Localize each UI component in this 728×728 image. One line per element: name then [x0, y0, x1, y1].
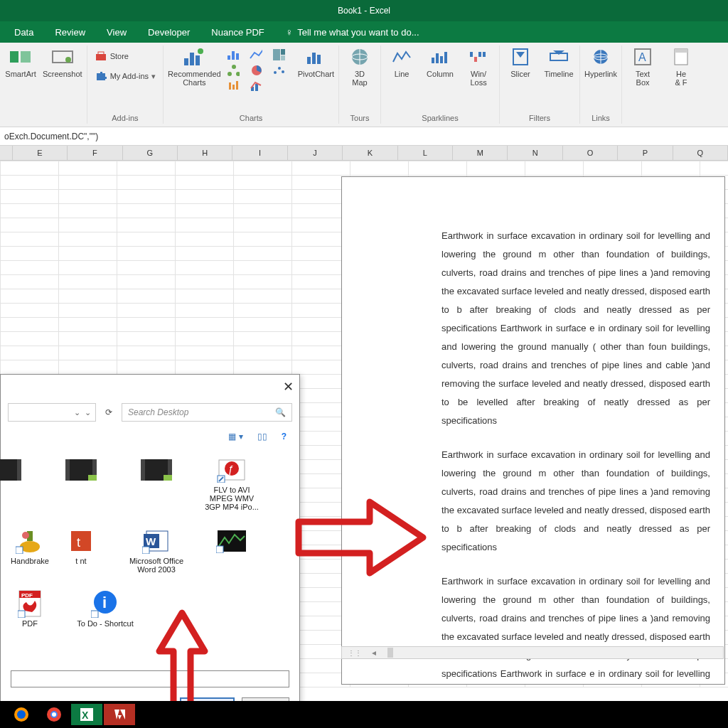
video-file-icon: [0, 457, 23, 483]
label: Line: [395, 70, 410, 78]
pivotchart-button[interactable]: PivotChart: [298, 46, 334, 78]
file-label: Handbrake: [11, 557, 49, 565]
col-header[interactable]: P: [618, 146, 673, 160]
annotation-arrow-right-icon: [291, 495, 427, 580]
file-open-dialog: ✕ ⌄ ⌄ ⟳ Search Desktop 🔍 ▦ ▾ ▯▯ ?: [0, 374, 300, 728]
col-header[interactable]: L: [398, 146, 453, 160]
sparkline-winloss-button[interactable]: Win/ Loss: [462, 46, 495, 87]
filename-input[interactable]: [11, 670, 289, 687]
sparkline-line-button[interactable]: Line: [385, 46, 418, 78]
my-addins-label: My Add-ins: [110, 72, 149, 80]
file-label: FLV to AVI MPEG WMV 3GP MP4 iPo...: [203, 486, 261, 511]
line-chart-icon[interactable]: [250, 48, 262, 61]
refresh-icon[interactable]: ⟳: [102, 407, 116, 417]
embedded-pdf-object[interactable]: Earthwork in surface excavation in ordin…: [341, 176, 725, 685]
file-item[interactable]: ƒ FLV to AVI MPEG WMV 3GP MP4 iPo...: [203, 457, 261, 511]
col-header[interactable]: O: [563, 146, 618, 160]
recommended-charts-button[interactable]: Recommended Charts: [168, 46, 221, 87]
slicer-icon: [509, 46, 532, 68]
svg-point-84: [17, 710, 26, 719]
adobe-taskbar-icon[interactable]: [104, 704, 135, 725]
svg-rect-37: [470, 52, 473, 57]
svg-point-87: [52, 712, 56, 717]
formula-bar[interactable]: oExch.Document.DC",""): [0, 127, 728, 146]
worksheet-grid[interactable]: Earthwork in surface excavation in ordin…: [0, 161, 728, 687]
scroll-left-icon[interactable]: ◂: [368, 648, 380, 658]
search-input[interactable]: Search Desktop 🔍: [122, 403, 292, 422]
chrome-icon[interactable]: [38, 704, 70, 725]
svg-rect-55: [88, 475, 97, 481]
column-headers: E F G H I J K L M N O P Q: [0, 146, 728, 161]
screenshot-button[interactable]: Screenshot: [43, 46, 82, 78]
file-item[interactable]: [0, 457, 35, 511]
col-header[interactable]: I: [232, 146, 287, 160]
header-footer-button[interactable]: He & F: [665, 46, 697, 87]
tab-review[interactable]: Review: [55, 27, 85, 38]
file-label: t nt: [75, 557, 86, 565]
col-header[interactable]: N: [508, 146, 562, 160]
file-item[interactable]: PDF PDF: [1, 591, 59, 628]
treemap-icon[interactable]: [272, 48, 285, 61]
svg-text:i: i: [102, 594, 107, 611]
hyperlink-button[interactable]: Hyperlink: [584, 46, 617, 78]
tab-developer[interactable]: Developer: [148, 27, 190, 38]
file-item[interactable]: [52, 457, 110, 511]
col-header[interactable]: Q: [673, 146, 728, 160]
tell-me-search[interactable]: ♀ Tell me what you want to do...: [286, 26, 419, 38]
file-item[interactable]: [127, 457, 186, 511]
tab-data[interactable]: Data: [14, 27, 33, 38]
stock-chart-icon[interactable]: [227, 80, 240, 92]
textbox-button[interactable]: A Text Box: [626, 46, 659, 87]
sparkline-column-button[interactable]: Column: [424, 46, 456, 78]
scatter-chart-icon[interactable]: [272, 64, 285, 77]
store-button[interactable]: Store: [92, 48, 132, 64]
combo-chart-icon[interactable]: [250, 80, 262, 92]
close-icon[interactable]: ✕: [283, 379, 294, 395]
address-bar[interactable]: ⌄ ⌄: [8, 403, 96, 422]
group-label: Add-ins: [112, 114, 138, 122]
col-header[interactable]: E: [13, 146, 68, 160]
svg-rect-23: [229, 82, 231, 90]
pivotchart-icon: [304, 46, 327, 68]
tab-view[interactable]: View: [107, 27, 127, 38]
my-addins-button[interactable]: My Add-ins ▾: [92, 68, 159, 84]
tab-nuance-pdf[interactable]: Nuance PDF: [211, 27, 264, 38]
view-options-icon[interactable]: ▦ ▾: [228, 432, 242, 441]
col-header[interactable]: K: [343, 146, 397, 160]
col-header[interactable]: G: [123, 146, 178, 160]
col-header[interactable]: F: [68, 146, 122, 160]
svg-rect-40: [483, 52, 486, 57]
file-item[interactable]: W Microsoft Office Word 2003: [127, 528, 186, 574]
file-item[interactable]: Handbrake: [1, 528, 59, 574]
excel-taskbar-icon[interactable]: X: [71, 704, 102, 725]
svg-rect-51: [17, 459, 21, 481]
horizontal-scrollbar[interactable]: ⋮⋮ ◂: [341, 646, 724, 659]
preview-pane-icon[interactable]: ▯▯: [257, 432, 267, 441]
label: He & F: [675, 70, 687, 87]
smartart-button[interactable]: SmartArt: [4, 46, 37, 78]
svg-rect-82: [91, 611, 98, 618]
svg-point-21: [278, 67, 281, 70]
bar-chart-icon[interactable]: [227, 48, 240, 61]
firefox-icon[interactable]: [6, 704, 37, 725]
slicer-button[interactable]: Slicer: [504, 46, 537, 78]
recommended-charts-label: Recommended Charts: [168, 70, 221, 87]
col-header[interactable]: H: [178, 146, 232, 160]
file-item[interactable]: i To Do - Shortcut: [76, 591, 134, 628]
timeline-button[interactable]: Timeline: [542, 46, 575, 78]
smartart-icon: [9, 46, 32, 68]
svg-point-18: [236, 72, 240, 76]
file-item[interactable]: [203, 528, 261, 574]
col-header[interactable]: M: [453, 146, 508, 160]
svg-rect-38: [474, 57, 477, 62]
svg-rect-79: [18, 611, 25, 618]
scroll-thumb[interactable]: [387, 648, 393, 658]
pie-chart-icon[interactable]: [250, 64, 262, 77]
hierarchy-icon[interactable]: [227, 64, 240, 77]
svg-rect-39: [478, 52, 481, 57]
file-item[interactable]: t t nt: [52, 528, 110, 574]
3d-map-button[interactable]: 3D Map: [343, 46, 376, 87]
svg-rect-48: [675, 49, 687, 53]
help-icon[interactable]: ?: [282, 432, 287, 441]
col-header[interactable]: J: [288, 146, 343, 160]
